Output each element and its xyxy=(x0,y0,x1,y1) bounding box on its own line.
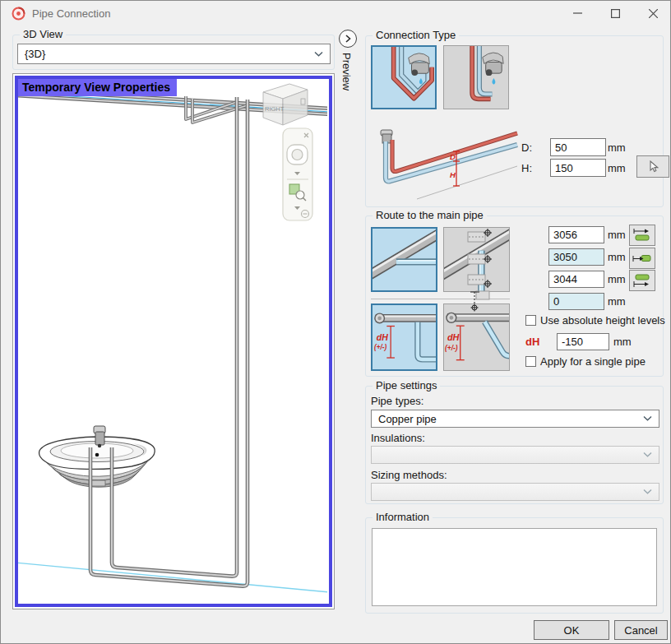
offset-bottom-input[interactable] xyxy=(548,271,604,288)
steering-wheel-icon[interactable] xyxy=(287,145,308,164)
sizing-methods-label: Sizing methods: xyxy=(371,469,447,481)
group-pipe-settings: Pipe settings Pipe types: Copper pipe In… xyxy=(365,386,664,504)
group-pipe-settings-label: Pipe settings xyxy=(373,379,440,391)
connection-type-straight-image xyxy=(444,46,508,109)
h-label: H: xyxy=(521,162,532,174)
close-button[interactable] xyxy=(635,2,671,25)
viewport-frame: RIGHT xyxy=(12,73,335,609)
use-absolute-height-label[interactable]: Use absolute height levels xyxy=(540,314,665,327)
thumb-dh-sign-2: (+/-) xyxy=(445,344,458,352)
dh-label: dH xyxy=(525,336,539,348)
route-branch-horizontal-image xyxy=(373,229,436,290)
pipe-types-value: Copper pipe xyxy=(378,413,437,425)
viewcube-label: RIGHT xyxy=(265,105,285,113)
viewcube[interactable]: RIGHT xyxy=(263,84,308,125)
offset-top-input[interactable] xyxy=(548,226,604,243)
preview-expand-button[interactable] xyxy=(339,30,357,48)
offset-top-unit: mm xyxy=(608,229,626,241)
group-3d-view-label: 3D View xyxy=(20,28,66,40)
pipe-types-label: Pipe types: xyxy=(371,395,423,407)
offset-center-icon xyxy=(467,250,493,266)
cancel-button[interactable]: Cancel xyxy=(614,620,668,640)
route-drop-diagonal-thumb[interactable]: dH (+/-) xyxy=(443,303,510,371)
offset-top-icon xyxy=(467,228,493,244)
dh-unit: mm xyxy=(613,336,632,348)
viewport-selection-border: RIGHT xyxy=(15,76,332,607)
offset-bottom-icon xyxy=(467,272,493,289)
maximize-icon xyxy=(611,9,620,18)
sizing-methods-select[interactable] xyxy=(371,483,659,501)
group-3d-view: 3D View {3D} xyxy=(12,35,335,70)
group-route: Route to the main pipe xyxy=(365,215,664,377)
pick-point-button[interactable] xyxy=(636,155,669,178)
offset-bottom-unit: mm xyxy=(608,273,626,285)
minimize-icon xyxy=(573,12,582,14)
group-information: Information xyxy=(365,517,664,614)
temporary-view-properties-label: Temporary View Properties xyxy=(18,79,177,96)
apply-single-pipe-label[interactable]: Apply for a single pipe xyxy=(540,355,646,368)
align-center-button[interactable] xyxy=(629,248,655,269)
dh-input[interactable] xyxy=(557,333,609,350)
route-branch-horizontal-thumb[interactable] xyxy=(371,227,437,292)
ok-button[interactable]: OK xyxy=(534,620,609,640)
connection-type-loop-thumb[interactable] xyxy=(371,45,437,109)
chevron-down-icon xyxy=(643,489,652,495)
vertical-offset-input[interactable] xyxy=(548,293,604,310)
align-bottom-button[interactable] xyxy=(629,270,655,291)
insulations-select[interactable] xyxy=(371,446,659,464)
offset-center-unit: mm xyxy=(608,251,626,263)
navigation-bar[interactable] xyxy=(283,128,312,220)
group-connection-type: Connection Type xyxy=(365,35,664,207)
group-connection-type-label: Connection Type xyxy=(373,29,459,41)
align-top-button[interactable] xyxy=(629,225,655,246)
group-route-label: Route to the main pipe xyxy=(373,209,487,221)
offset-center-input[interactable] xyxy=(548,248,604,266)
route-drop-vertical-thumb[interactable]: dH (+/-) xyxy=(371,303,437,371)
preview-strip: Preview xyxy=(336,28,359,192)
thumb-dh-label-2: dH xyxy=(447,332,460,342)
diagram-h-label: H xyxy=(450,170,456,179)
viewport-3d-scene: RIGHT xyxy=(18,79,327,602)
group-information-label: Information xyxy=(373,511,433,523)
chevron-down-icon xyxy=(314,51,323,57)
vertical-offset-unit: mm xyxy=(608,295,626,308)
pipe-connection-dialog: Pipe Connection 3D View {3D} xyxy=(0,0,671,644)
align-center-icon xyxy=(632,251,652,266)
chevron-down-icon xyxy=(643,452,652,458)
align-top-icon xyxy=(632,228,652,243)
pipe-types-select[interactable]: Copper pipe xyxy=(371,410,659,428)
vertical-offset-icon xyxy=(469,290,492,313)
close-icon xyxy=(649,9,658,18)
minimize-button[interactable] xyxy=(559,2,595,25)
use-absolute-height-checkbox[interactable] xyxy=(525,315,536,326)
chevron-right-icon xyxy=(345,35,351,43)
titlebar: Pipe Connection xyxy=(1,1,670,27)
preview-tab-label[interactable]: Preview xyxy=(340,53,353,127)
d-label: D: xyxy=(521,141,532,154)
sink-faucet xyxy=(94,426,105,447)
view-select[interactable]: {3D} xyxy=(17,44,331,64)
route-drop-diagonal-image: dH (+/-) xyxy=(444,304,509,370)
maximize-button[interactable] xyxy=(597,2,633,25)
level-line xyxy=(18,563,327,592)
information-textarea[interactable] xyxy=(372,528,657,606)
diagram-d-label: D xyxy=(450,152,456,161)
connection-type-straight-thumb[interactable] xyxy=(443,45,509,109)
thumb-dh-label: dH xyxy=(377,332,388,342)
chevron-down-icon xyxy=(643,416,652,422)
pipes-3d xyxy=(18,90,327,586)
d-unit: mm xyxy=(608,141,626,154)
h-unit: mm xyxy=(608,162,626,174)
sink-drain xyxy=(95,453,99,457)
h-input[interactable] xyxy=(550,159,606,177)
connection-dimensions-diagram: D H xyxy=(371,123,521,203)
app-icon xyxy=(12,7,25,21)
viewport-3d[interactable]: RIGHT xyxy=(18,79,329,604)
window-title: Pipe Connection xyxy=(32,7,110,20)
cursor-icon xyxy=(647,160,659,173)
route-drop-vertical-image: dH (+/-) xyxy=(373,305,436,369)
view-select-value: {3D} xyxy=(25,48,45,60)
apply-single-pipe-checkbox[interactable] xyxy=(525,356,536,367)
insulations-label: Insulations: xyxy=(371,432,425,444)
d-input[interactable] xyxy=(550,138,606,156)
